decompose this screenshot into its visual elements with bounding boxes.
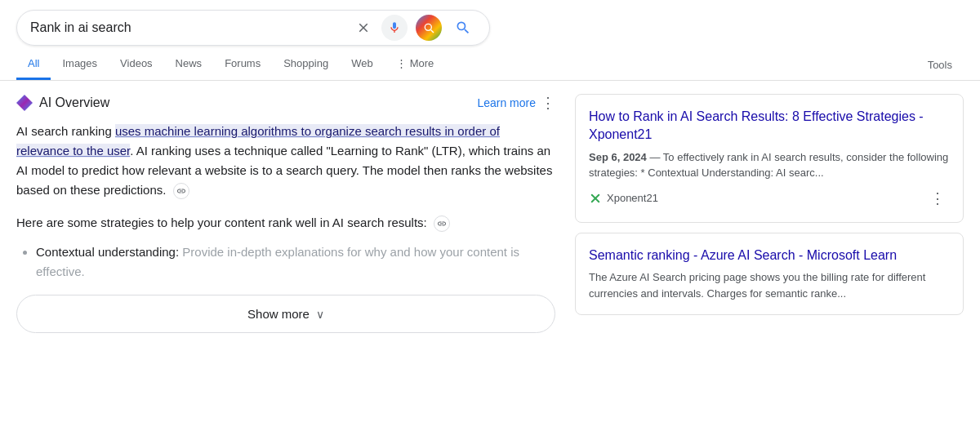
svg-line-1 — [431, 30, 434, 33]
tab-images[interactable]: Images — [51, 49, 109, 80]
strategies-link-icon[interactable] — [434, 216, 450, 232]
result-card-1: How to Rank in AI Search Results: 8 Effe… — [575, 94, 964, 223]
result-card-2: Semantic ranking - Azure AI Search - Mic… — [575, 233, 964, 315]
more-vert-icon[interactable]: ⋮ — [541, 94, 555, 112]
ai-body-text: AI search ranking uses machine learning … — [16, 122, 555, 200]
ai-diamond-icon — [16, 95, 33, 111]
tab-more[interactable]: ⋮ More — [385, 49, 446, 80]
ai-overview-label: AI Overview — [39, 96, 109, 110]
left-panel: AI Overview Learn more ⋮ AI search ranki… — [16, 94, 555, 333]
tab-news[interactable]: News — [164, 49, 214, 80]
result-2-title[interactable]: Semantic ranking - Azure AI Search - Mic… — [589, 247, 950, 264]
result-1-more-options-button[interactable]: ⋮ — [925, 188, 950, 209]
list-item: Contextual understanding: Provide in-dep… — [36, 242, 555, 282]
tab-videos[interactable]: Videos — [109, 49, 164, 80]
result-1-title[interactable]: How to Rank in AI Search Results: 8 Effe… — [589, 108, 950, 144]
image-search-button[interactable] — [416, 15, 442, 41]
nav-tabs: All Images Videos News Forums Shopping W… — [0, 49, 980, 81]
show-more-label: Show more — [247, 307, 310, 321]
result-1-source: Xponent21 — [589, 192, 658, 205]
body-before-highlight: AI search ranking — [16, 124, 115, 138]
chevron-down-icon: ∨ — [316, 308, 324, 321]
search-submit-button[interactable] — [450, 15, 476, 41]
more-dots-icon: ⋮ — [396, 57, 407, 69]
search-bar: Rank in ai search — [16, 10, 490, 46]
result-2-snippet: The Azure AI Search pricing page shows y… — [589, 269, 950, 301]
tab-forums[interactable]: Forums — [213, 49, 272, 80]
tab-web[interactable]: Web — [340, 49, 385, 80]
tab-shopping[interactable]: Shopping — [272, 49, 340, 80]
tab-tools[interactable]: Tools — [916, 51, 964, 79]
result-1-date: Sep 6, 2024 — [589, 151, 647, 163]
tab-all[interactable]: All — [16, 49, 51, 80]
show-more-button[interactable]: Show more ∨ — [16, 295, 555, 333]
result-1-source-row: Xponent21 ⋮ — [589, 188, 950, 209]
citation-link-icon[interactable] — [173, 183, 189, 199]
bullet-label: Contextual understanding: — [36, 245, 179, 259]
bullet-list: Contextual understanding: Provide in-dep… — [16, 242, 555, 282]
result-1-source-name: Xponent21 — [607, 192, 658, 204]
clear-search-button[interactable] — [354, 18, 373, 38]
xponent-icon — [589, 192, 602, 205]
search-query-text: Rank in ai search — [30, 20, 347, 35]
strategies-text: Here are some strategies to help your co… — [16, 213, 555, 233]
right-panel: How to Rank in AI Search Results: 8 Effe… — [575, 94, 964, 333]
ai-overview-header: AI Overview Learn more ⋮ — [16, 94, 555, 112]
search-bar-area: Rank in ai search — [0, 0, 980, 46]
learn-more-button[interactable]: Learn more ⋮ — [477, 94, 555, 112]
svg-point-0 — [425, 24, 431, 30]
search-icons — [354, 15, 476, 41]
voice-search-button[interactable] — [381, 15, 408, 41]
ai-overview-title: AI Overview — [16, 95, 109, 111]
result-1-snippet: Sep 6, 2024 — To effectively rank in AI … — [589, 149, 950, 181]
main-content: AI Overview Learn more ⋮ AI search ranki… — [0, 81, 980, 333]
